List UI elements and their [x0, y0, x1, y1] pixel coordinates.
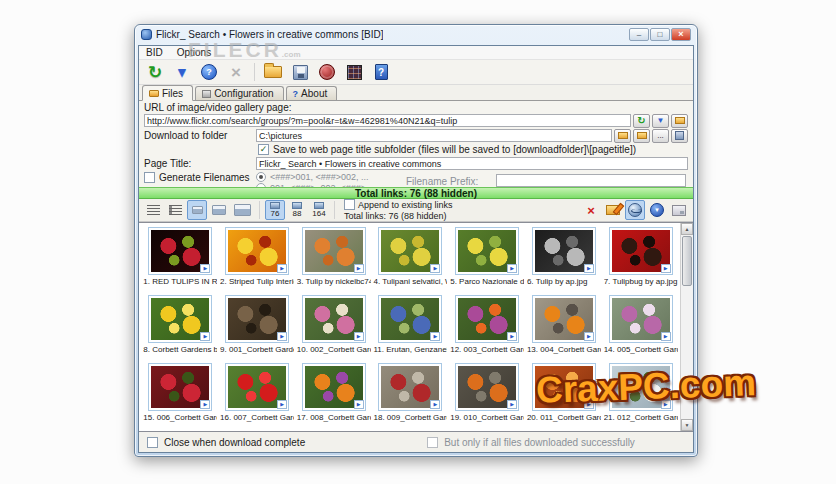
thumbnail-frame[interactable]: ▶ — [455, 295, 519, 343]
tab-about[interactable]: ? About — [286, 86, 338, 100]
subfolder-checkbox[interactable]: ✓ — [258, 144, 269, 155]
thumbnail-item[interactable]: ▶16. 007_Corbett Gard... — [219, 361, 296, 429]
view-toolbar: 76 88 164 Append to existing links Total… — [139, 199, 693, 222]
thumbnail-frame[interactable]: ▶ — [532, 227, 596, 275]
thumbnail-item[interactable]: ▶4. Tulipani selvatici, W... — [372, 225, 449, 293]
thumbnail-item[interactable]: ▶9. 001_Corbett Garde... — [219, 293, 296, 361]
small-thumbs-button[interactable] — [187, 200, 207, 220]
close-button[interactable]: × — [671, 28, 691, 41]
cancel-button[interactable]: × — [224, 61, 248, 83]
remove-links-button[interactable]: × — [581, 200, 601, 220]
visible-links-filter-button[interactable]: 76 — [265, 200, 285, 220]
main-toolbar: ↻ ▼ ? × ? — [139, 60, 693, 85]
url-input[interactable] — [144, 114, 631, 127]
thumbnail-frame[interactable]: ▶ — [225, 363, 289, 411]
grid-button[interactable] — [342, 61, 366, 83]
append-links-checkbox[interactable] — [344, 199, 355, 210]
go-button[interactable]: ↻ — [143, 61, 167, 83]
thumbnail-item[interactable]: ▶7. Tulipbug by ap.jpg — [602, 225, 679, 293]
tab-files[interactable]: Files — [142, 85, 193, 101]
thumbnail-frame[interactable]: ▶ — [455, 363, 519, 411]
close-on-complete-checkbox[interactable] — [147, 437, 158, 448]
save-button[interactable] — [288, 61, 312, 83]
list-view-button[interactable] — [143, 200, 163, 220]
thumbnail-item[interactable]: ▶11. Erutan, Genzanell... — [372, 293, 449, 361]
open-folder-button[interactable] — [614, 129, 631, 143]
open-folder-button[interactable] — [261, 61, 285, 83]
url-download-button[interactable]: ▼ — [652, 114, 669, 128]
total-links-bar: Total links: 76 (88 hidden) — [139, 187, 693, 199]
thumbnail-item[interactable]: ▶1. RED TULIPS IN RED... — [142, 225, 219, 293]
find-folder-button[interactable] — [633, 129, 650, 143]
thumbnail-frame[interactable]: ▶ — [455, 227, 519, 275]
download-button[interactable]: ▼ — [170, 61, 194, 83]
help-ball-button[interactable]: ? — [197, 61, 221, 83]
thumbnail-item[interactable]: ▶2. Striped Tulip Interio... — [219, 225, 296, 293]
scroll-down-button[interactable]: ▼ — [681, 419, 693, 431]
thumbnail-frame[interactable]: ▶ — [148, 227, 212, 275]
stop-button[interactable] — [315, 61, 339, 83]
thumbnail-frame[interactable]: ▶ — [225, 227, 289, 275]
generate-filenames-checkbox[interactable] — [144, 172, 155, 183]
thumbnail-item[interactable]: ▶6. Tulip by ap.jpg — [526, 225, 603, 293]
all-links-filter-button[interactable]: 164 — [309, 200, 329, 220]
edit-links-button[interactable] — [603, 200, 623, 220]
about-button[interactable]: ? — [369, 61, 393, 83]
thumbnail-item[interactable]: ▶3. Tulip by nickelbc74.jpg — [295, 225, 372, 293]
thumbnail-frame[interactable]: ▶ — [532, 295, 596, 343]
url-folder-button[interactable] — [671, 114, 688, 128]
save-list-button[interactable] — [669, 200, 689, 220]
browse-button[interactable]: ... — [652, 129, 669, 143]
thumbnail-item[interactable]: ▶15. 006_Corbett Gard... — [142, 361, 219, 429]
thumbnail-frame[interactable]: ▶ — [148, 363, 212, 411]
thumbnail-frame[interactable]: ▶ — [378, 295, 442, 343]
menu-bid[interactable]: BID — [139, 47, 170, 58]
thumbnail-item[interactable]: ▶18. 009_Corbett Gard... — [372, 361, 449, 429]
files-tab-panel: URL of image/video gallery page: ↻ ▼ Dow… — [139, 101, 693, 187]
folder-icon — [264, 66, 282, 78]
queue-download-button[interactable]: ▼ — [647, 200, 667, 220]
thumbnail-placeholder — [372, 429, 449, 431]
thumbnail-item[interactable]: ▶19. 010_Corbett Gard... — [449, 361, 526, 429]
thumbnail-frame[interactable]: ▶ — [378, 227, 442, 275]
thumbnail-item[interactable]: ▶14. 005_Corbett Gard... — [602, 293, 679, 361]
link-indicator-icon: ▶ — [584, 332, 594, 341]
thumbnail-frame[interactable]: ▶ — [148, 295, 212, 343]
thumbnail-caption: 15. 006_Corbett Gard... — [143, 413, 217, 422]
thumbnail-frame[interactable]: ▶ — [609, 227, 673, 275]
minimize-button[interactable]: – — [629, 28, 649, 41]
details-view-button[interactable] — [165, 200, 185, 220]
thumbnail-frame[interactable]: ▶ — [378, 363, 442, 411]
url-refresh-button[interactable]: ↻ — [633, 114, 650, 128]
thumbnail-item[interactable]: ▶12. 003_Corbett Gard... — [449, 293, 526, 361]
tab-configuration[interactable]: Configuration — [195, 86, 283, 100]
only-if-success-checkbox[interactable] — [427, 437, 438, 448]
thumbnail-frame[interactable]: ▶ — [225, 295, 289, 343]
thumbnail-item[interactable]: ▶13. 004_Corbett Gard... — [526, 293, 603, 361]
thumbnail-frame[interactable]: ▶ — [609, 295, 673, 343]
thumbnail-caption: 10. 002_Corbett Gard... — [297, 345, 371, 354]
scroll-up-button[interactable]: ▲ — [681, 223, 693, 235]
medium-thumbs-button[interactable] — [209, 200, 229, 220]
pattern-radio-1[interactable] — [256, 172, 266, 182]
thumbnail-frame[interactable]: ▶ — [302, 363, 366, 411]
scrollbar-thumb[interactable] — [682, 236, 692, 286]
thumbnail-item[interactable]: ▶10. 002_Corbett Gard... — [295, 293, 372, 361]
prefix-input[interactable] — [496, 174, 686, 187]
thumbnail-item[interactable]: ▶17. 008_Corbett Gard... — [295, 361, 372, 429]
maximize-button[interactable]: □ — [650, 28, 670, 41]
save-folder-button[interactable] — [671, 129, 688, 143]
large-thumbs-button[interactable] — [231, 200, 254, 220]
thumbnail-item[interactable]: ▶8. Corbett Gardens by... — [142, 293, 219, 361]
filename-pattern-group: <###>001, <###>002, ... 001_<###>, 002_<… — [256, 172, 406, 187]
thumbnail-frame[interactable]: ▶ — [302, 227, 366, 275]
link-indicator-icon: ▶ — [507, 332, 517, 341]
thumbnail-caption: 12. 003_Corbett Gard... — [450, 345, 524, 354]
web-mode-button[interactable] — [625, 200, 645, 220]
thumbnail-frame[interactable]: ▶ — [302, 295, 366, 343]
thumbnail-item[interactable]: ▶5. Parco Nazionale del... — [449, 225, 526, 293]
pattern-radio-2[interactable] — [256, 183, 266, 187]
folder-input[interactable] — [256, 129, 612, 142]
hidden-links-filter-button[interactable]: 88 — [287, 200, 307, 220]
page-title-input[interactable] — [256, 157, 688, 170]
